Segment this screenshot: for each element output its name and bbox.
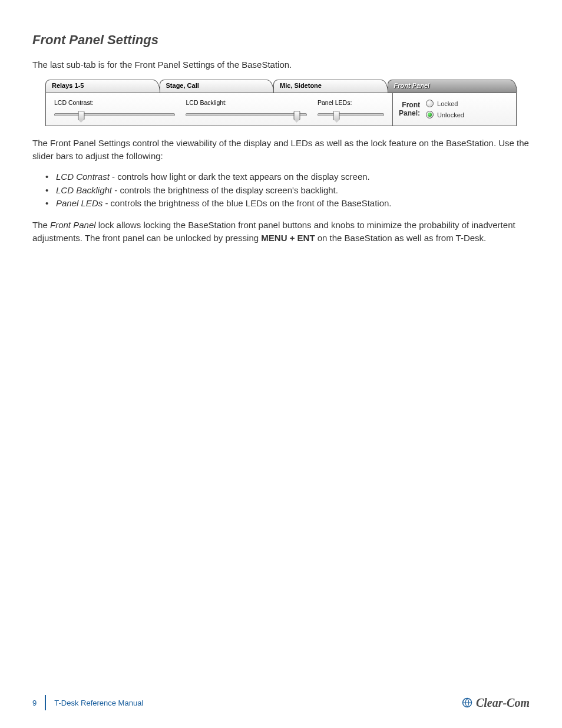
tab-stage-call[interactable]: Stage, Call xyxy=(160,80,275,93)
tab-mic-sidetone[interactable]: Mic, Sidetone xyxy=(273,80,388,93)
slider-panel-leds: Panel LEDs: xyxy=(318,99,384,116)
page-footer: 9 T-Desk Reference Manual Clear-Com xyxy=(32,695,530,710)
bullet-list: LCD Contrast - controls how light or dar… xyxy=(45,170,530,210)
explanation-paragraph: The Front Panel Settings control the vie… xyxy=(32,137,530,163)
lock-title: FrontPanel: xyxy=(399,101,420,118)
list-item: LCD Backlight - controls the brightness … xyxy=(45,184,530,197)
radio-icon xyxy=(426,111,434,118)
tab-row: Relays 1-5 Stage, Call Mic, Sidetone Fro… xyxy=(45,80,517,93)
slider-label: LCD Contrast: xyxy=(54,99,175,106)
document-title: T-Desk Reference Manual xyxy=(54,699,143,707)
intro-paragraph: The last sub-tab is for the Front Panel … xyxy=(32,58,530,71)
lock-paragraph: The Front Panel lock allows locking the … xyxy=(32,219,530,245)
page-number: 9 xyxy=(32,695,46,710)
slider-track[interactable] xyxy=(318,113,384,116)
radio-label: Locked xyxy=(437,100,458,107)
slider-track[interactable] xyxy=(186,113,306,116)
tab-relays[interactable]: Relays 1-5 xyxy=(45,80,160,93)
slider-label: LCD Backlight: xyxy=(186,99,306,106)
list-item: LCD Contrast - controls how light or dar… xyxy=(45,170,530,184)
radio-locked[interactable]: Locked xyxy=(426,100,464,107)
front-panel-ui-figure: Relays 1-5 Stage, Call Mic, Sidetone Fro… xyxy=(45,80,517,126)
tab-front-panel[interactable]: Front Panel xyxy=(388,80,517,93)
radio-icon xyxy=(426,100,434,107)
brand-logo: Clear-Com xyxy=(462,696,530,710)
front-panel-lock-box: FrontPanel: Locked Unlocked xyxy=(392,93,516,126)
list-item: Panel LEDs - controls the brightness of … xyxy=(45,197,530,210)
globe-icon xyxy=(462,697,472,708)
slider-label: Panel LEDs: xyxy=(318,99,384,106)
slider-thumb-icon[interactable] xyxy=(78,111,84,120)
radio-label: Unlocked xyxy=(437,111,464,118)
slider-thumb-icon[interactable] xyxy=(293,111,300,120)
section-heading: Front Panel Settings xyxy=(32,32,530,48)
slider-track[interactable] xyxy=(54,113,175,116)
slider-lcd-contrast: LCD Contrast: xyxy=(54,99,175,116)
slider-lcd-backlight: LCD Backlight: xyxy=(186,99,306,116)
slider-thumb-icon[interactable] xyxy=(333,111,340,120)
radio-unlocked[interactable]: Unlocked xyxy=(426,111,464,118)
